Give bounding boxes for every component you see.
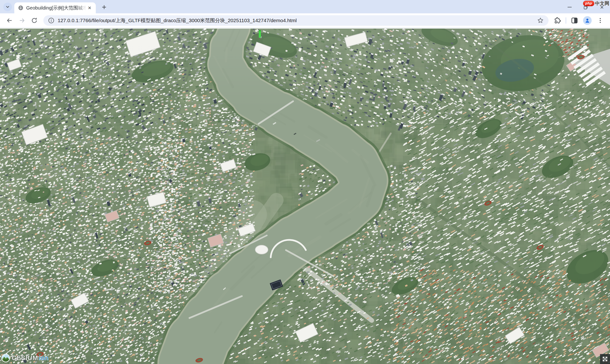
- browser-titlebar: Geobuilding[示例]大范围城市模型 × × php 中文网: [0, 0, 610, 13]
- back-arrow-icon: [6, 17, 13, 24]
- plus-icon: [102, 4, 107, 10]
- tab-close-button[interactable]: ×: [86, 4, 93, 11]
- chevron-down-icon: [6, 5, 10, 9]
- globe-favicon-icon: [18, 5, 23, 11]
- fullscreen-expand-icon: [601, 355, 609, 363]
- minimize-button[interactable]: [561, 3, 578, 11]
- profile-button[interactable]: [582, 15, 593, 26]
- cesium-credit-link[interactable]: CESIUM ion: [1, 353, 49, 363]
- reload-button[interactable]: [29, 15, 39, 26]
- php-badge: php: [583, 1, 594, 6]
- reload-icon: [31, 17, 38, 24]
- forward-button[interactable]: [17, 15, 27, 26]
- url-text[interactable]: 127.0.0.1:7766/file/output/上海_GLTF模型贴图_d…: [58, 17, 535, 24]
- cesium-map-viewport[interactable]: CESIUM ion: [0, 29, 610, 364]
- menu-button[interactable]: [595, 15, 606, 26]
- address-bar[interactable]: 127.0.0.1:7766/file/output/上海_GLTF模型贴图_d…: [43, 15, 548, 26]
- minimize-icon: [568, 7, 572, 7]
- browser-tab[interactable]: Geobuilding[示例]大范围城市模型 ×: [14, 2, 96, 13]
- toolbar-divider: [566, 17, 566, 24]
- site-info-icon[interactable]: [48, 17, 54, 24]
- bookmark-star-icon[interactable]: [537, 17, 544, 24]
- avatar: [583, 16, 592, 25]
- side-panel-button[interactable]: [569, 15, 580, 26]
- fullscreen-button[interactable]: [600, 354, 610, 364]
- php-cn-watermark: php 中文网: [583, 0, 609, 7]
- forward-arrow-icon: [18, 17, 26, 24]
- extensions-button[interactable]: [552, 15, 563, 26]
- satellite-3d-map-canvas[interactable]: [0, 29, 610, 364]
- new-tab-button[interactable]: [100, 3, 108, 11]
- extensions-puzzle-icon: [554, 17, 561, 24]
- three-dot-menu-icon: [597, 17, 603, 24]
- tab-title: Geobuilding[示例]大范围城市模型: [26, 5, 86, 11]
- cesium-brand-label: CESIUM: [12, 354, 38, 362]
- watermark-site-label: 中文网: [595, 0, 609, 7]
- browser-toolbar: 127.0.0.1:7766/file/output/上海_GLTF模型贴图_d…: [0, 13, 610, 28]
- tab-search-button[interactable]: [3, 3, 12, 11]
- side-panel-icon: [571, 17, 578, 24]
- back-button[interactable]: [4, 15, 15, 26]
- cesium-ion-label: ion: [39, 354, 49, 362]
- cesium-globe-logo-icon: [1, 353, 10, 363]
- person-icon: [584, 18, 590, 23]
